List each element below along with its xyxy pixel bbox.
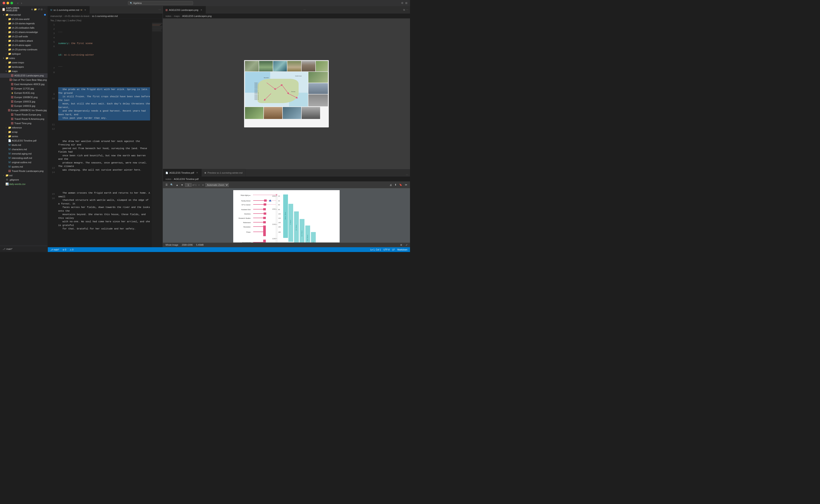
status-line-ending[interactable]: LF: [392, 249, 395, 251]
sidebar-item-immortal-aging[interactable]: M immortal-aging.md: [0, 152, 48, 156]
search-input[interactable]: [133, 2, 191, 4]
sidebar-item-europe-1000ce[interactable]: 🖼 Europe 1000CE.jpg: [0, 99, 48, 104]
pdf-next-page[interactable]: ▼: [180, 183, 184, 187]
pdf-zoom-minus[interactable]: −: [197, 183, 200, 187]
tab-menu-button[interactable]: ⋯: [157, 6, 163, 13]
sidebar-item-europe-1000bce[interactable]: 🖼 Europe 1000BCE.png: [0, 95, 48, 99]
sidebar-item-manuscript[interactable]: ▾ 📁 manuscript: [0, 13, 48, 17]
collapse-icon[interactable]: ⊟: [41, 8, 43, 11]
close-window-button[interactable]: [3, 2, 5, 4]
refresh-icon[interactable]: ↺: [38, 8, 40, 11]
pdf-settings-icon[interactable]: ⚙: [400, 244, 402, 246]
right-tab-menu-button[interactable]: ⋯: [302, 6, 307, 13]
sidebar-item-blurb[interactable]: M blurb.md: [0, 143, 48, 147]
status-line-col[interactable]: Ln 1, Col 1: [370, 249, 381, 251]
tab-ageless-timeline[interactable]: 📄 AGELESS Timeline.pdf ×: [163, 169, 202, 176]
tab-close-timeline[interactable]: ×: [195, 171, 199, 175]
breadcrumb-ch01[interactable]: ch-01-decision-to-leave: [64, 15, 89, 17]
sidebar-item-ch22[interactable]: › 📁 ch-22-self-exile: [0, 34, 48, 39]
new-file-icon[interactable]: ⊕: [31, 8, 33, 11]
sidebar-item-ch19[interactable]: › 📁 ch-19-stories-legends: [0, 21, 48, 26]
sidebar-item-epilogue[interactable]: › 📁 epilogue: [0, 52, 48, 56]
bc-pdf-file: AGELESS Timeline.pdf: [174, 178, 199, 180]
sidebar-item-europe-10000bce[interactable]: 🖼 Europe 10000BCE Ice Sheets.jpg: [0, 108, 48, 112]
sidebar-item-interesting-stuff[interactable]: M interesting-stuff.md: [0, 156, 48, 160]
sidebar-item-travel-route-n-america[interactable]: 🖼 Travel Route N America.png: [0, 117, 48, 121]
sidebar-item-clan-cave-bear[interactable]: 🖼 Clan of The Cave Bear Map.png: [0, 78, 48, 82]
sidebar-item-travel-time[interactable]: 🖼 Travel Time.png: [0, 121, 48, 125]
status-encoding[interactable]: UTF-8: [383, 249, 389, 251]
pdf-prev-page[interactable]: ▲: [175, 183, 179, 187]
extensions-icon[interactable]: ⊞: [405, 2, 407, 5]
sidebar-item-europe-814ce[interactable]: ◈ Europe 814CE.svg: [0, 91, 48, 95]
split-editor-icon[interactable]: ⧉: [403, 8, 405, 11]
tab-sc-surviving-winter[interactable]: M sc-1-surviving-winter.md M ×: [48, 6, 90, 14]
bc-maps[interactable]: maps: [174, 15, 180, 17]
status-language[interactable]: Markdown: [397, 249, 407, 251]
forward-button[interactable]: ›: [20, 1, 23, 5]
editor-main-content[interactable]: 1 2 3 4 5 6 7 8 9 10: [48, 23, 163, 247]
status-branch[interactable]: ⎇ main*: [50, 249, 59, 251]
minimize-window-button[interactable]: [7, 2, 9, 4]
sidebar-item-original-outline[interactable]: M original-outline.md: [0, 160, 48, 165]
account-icon[interactable]: ⚙: [401, 2, 403, 5]
sidebar-item-timeline-pdf[interactable]: 📄 AGELESS Timeline.pdf: [0, 138, 48, 143]
pdf-bookmark[interactable]: 🔖: [398, 183, 403, 187]
bc-pdf-notes[interactable]: notes: [165, 178, 171, 180]
pdf-more-icon[interactable]: ⋯: [406, 174, 408, 176]
sidebar-item-notes[interactable]: ▾ 📁 notes: [0, 56, 48, 60]
sidebar-item-ch24[interactable]: › 📁 ch-24-alone-again: [0, 43, 48, 47]
sidebar-item-ch20[interactable]: › 📁 ch-20-civilisation-falls: [0, 26, 48, 30]
sidebar-item-travel-route-europe[interactable]: 🖼 Travel Route Europe.png: [0, 112, 48, 117]
pdf-page-input[interactable]: 1: [185, 183, 191, 187]
sidebar-item-maps[interactable]: ▾ 📁 maps: [0, 69, 48, 73]
tab-close-button[interactable]: ×: [83, 8, 87, 12]
sidebar-item-travel-route-landscapes[interactable]: 🖼 Travel Route Landscapes.png: [0, 169, 48, 173]
sidebar-item-ch25[interactable]: › 📁 ch-25-journey-continues: [0, 47, 48, 52]
more-actions-icon[interactable]: ⋯: [406, 8, 408, 11]
fullscreen-window-button[interactable]: [10, 2, 13, 4]
pdf-download[interactable]: ⬇: [394, 183, 397, 187]
sidebar-item-characters[interactable]: M characters.md: [0, 147, 48, 152]
sidebar-item-cover-inspo[interactable]: › 📁 cover-inspo: [0, 60, 48, 65]
pdf-more[interactable]: ≫: [404, 183, 408, 187]
back-button[interactable]: ‹: [16, 1, 19, 5]
pdf-sidebar-toggle[interactable]: ☰: [165, 183, 168, 187]
pdf-zoom-out-btn[interactable]: 🔍: [169, 183, 174, 187]
sidebar-item-landscapes[interactable]: › 📁 landscapes: [0, 65, 48, 69]
pdf-zoom-plus[interactable]: +: [201, 183, 204, 187]
sidebar-item-out[interactable]: › 📁 out: [0, 173, 48, 178]
status-errors[interactable]: ⊘ 0: [63, 249, 66, 251]
breadcrumb-sc1[interactable]: sc-1-surviving-winter.md: [92, 15, 118, 17]
sidebar-item-gitignore[interactable]: ⚙ .gitignore: [0, 178, 48, 182]
sidebar-item-scrap[interactable]: › 📁 scrap: [0, 130, 48, 134]
sidebar-item-daily-words[interactable]: 📊 daily-words.csv: [0, 182, 48, 186]
sidebar-item-ch23[interactable]: › 📁 ch-23-raiders-attack: [0, 39, 48, 43]
sidebar-item-reference[interactable]: › 📁 reference: [0, 125, 48, 130]
sidebar-item-quotes[interactable]: M quotes.md: [0, 165, 48, 169]
code-editor[interactable]: 1 2 3 4 5 6 7 8 9 10: [48, 23, 163, 247]
tab-ageless-landscapes[interactable]: 🖼 AGELESS Landscapes.png ×: [163, 6, 206, 14]
sidebar-item-ageless-landscapes[interactable]: 🖼 AGELESS Landscapes.png: [0, 73, 48, 78]
pdf-zoom-select[interactable]: Automatic Zoom 50% 75% 100% 125%: [205, 183, 229, 187]
sidebar-item-ch18[interactable]: › 📁 ch-18-new-world: [0, 17, 48, 21]
sidebar-item-east-hemisphere[interactable]: 🖼 East Hemisphere 400CE.jpg: [0, 82, 48, 86]
search-bar[interactable]: 🔍: [128, 1, 193, 5]
pdf-toolbar[interactable]: ☰ 🔍 ▲ ▼ 1 of 1 − + Automatic Zoom 50%: [163, 181, 410, 188]
sidebar-item-ch21[interactable]: › 📁 ch-21-shares-knowledge: [0, 30, 48, 34]
breadcrumb-manuscript[interactable]: manuscript: [50, 15, 62, 17]
more-icon[interactable]: ⋯: [43, 8, 46, 11]
tab-close-right1[interactable]: ×: [199, 8, 203, 12]
pdf-print[interactable]: 🖨: [389, 183, 393, 187]
pdf-expand-icon[interactable]: ⤢: [405, 244, 407, 246]
git-branch-item[interactable]: ⎇ main*: [2, 247, 46, 251]
status-warnings[interactable]: ⚠ 0: [70, 249, 73, 251]
sidebar-item-europe-1400ce[interactable]: 🖼 Europe 1400CE.jpg: [0, 104, 48, 108]
tab-preview-sc1[interactable]: ◉ Preview sc-1-surviving-winter.md: [202, 169, 245, 176]
sidebar-item-europe-117ce[interactable]: 🖼 Europe 117CE.jpg: [0, 86, 48, 91]
bc-notes[interactable]: notes: [165, 15, 171, 17]
md-icon: M: [8, 165, 11, 168]
new-folder-icon[interactable]: 📁: [34, 8, 37, 11]
code-content[interactable]: --- summary: the first scene id: sc-1-su…: [56, 23, 152, 247]
sidebar-item-series[interactable]: › 📁 series: [0, 134, 48, 138]
